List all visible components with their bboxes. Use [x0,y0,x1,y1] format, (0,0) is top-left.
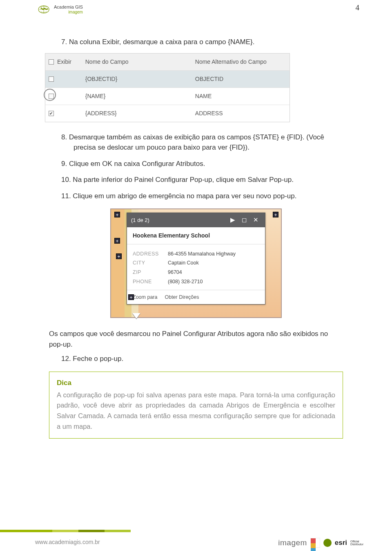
esri-globe-icon [323,539,332,547]
attributes-table-figure: Exibir Nome do Campo Nome Alternativo do… [45,53,290,122]
footer-url: www.academiagis.com.br [35,539,100,545]
map-point-icon: + [273,212,278,217]
col-nome-alt: Nome Alternativo do Campo [192,54,290,70]
popup-row: CITYCaptain Cook [133,259,259,267]
map-popup-panel: (1 de 2) ▶ ◻ ✕ Hookena Elementary School… [127,213,265,305]
header-logo: Academia GIS imagem [37,4,83,15]
footer-right-logos: imagem esri OfficialDistributor [278,538,363,548]
popup-header: (1 de 2) ▶ ◻ ✕ [127,213,265,227]
col-nome-campo: Nome do Campo [82,54,192,70]
tip-heading: Dica [57,378,335,388]
table-row: {OBJECTID} OBJECTID [45,70,290,87]
imagem-logo-text: imagem [278,538,307,547]
popup-figure: + + + + + (1 de 2) ▶ ◻ ✕ Hookena Element… [110,208,282,318]
popup-directions-link[interactable]: Obter Direções [165,293,199,301]
table-row: {NAME} NAME [45,87,290,105]
step-8: 8. Desmarque também as caixas de exibiçã… [61,132,343,153]
step-7: 7. Na coluna Exibir, desmarque a caixa p… [61,37,343,47]
map-point-icon: + [116,253,122,259]
tip-box: Dica A configuração de pop-up foi salva … [49,372,343,439]
popup-title: Hookena Elementary School [127,227,265,244]
checkbox-icon[interactable] [49,76,54,82]
checkbox-icon[interactable] [49,111,54,116]
esri-tag: OfficialDistributor [350,540,363,546]
page-number: 4 [356,3,360,12]
page-content: 7. Na coluna Exibir, desmarque a caixa p… [0,0,392,484]
logo-text-line2: imagem [54,10,83,14]
popup-pager: (1 de 2) [131,216,149,224]
map-point-icon: + [114,212,120,217]
paragraph: Os campos que você desmarcou no Painel C… [49,329,343,349]
footer-stripe [0,530,131,532]
table-row: {ADDRESS} ADDRESS [45,105,290,122]
logo-text-line1: Academia GIS [54,4,83,9]
popup-footer: Zoom para Obter Direções [127,290,265,305]
globe-icon [37,4,52,15]
step-11: 11. Clique em um abrigo de emergência no… [61,191,343,202]
tip-body: A configuração de pop-up foi salva apena… [57,390,335,432]
step-9: 9. Clique em OK na caixa Configurar Atri… [61,159,343,169]
step-12: 12. Feche o pop-up. [61,354,343,364]
map-point-icon: + [114,238,120,244]
imagem-logo-icon [310,538,320,548]
popup-zoom-link[interactable]: Zoom para [133,293,157,301]
step-10: 10. Na parte inferior do Painel Configur… [61,175,343,185]
popup-pointer-icon [132,313,140,323]
popup-row: ADDRESS86-4355 Mamalahoa Highway [133,250,259,258]
popup-row: ZIP96704 [133,269,259,276]
page-footer: www.academiagis.com.br imagem esri Offic… [0,528,392,551]
map-point-icon: + [128,294,134,300]
highlight-circle-icon [44,89,56,101]
esri-logo-text: esri [335,539,347,547]
popup-body: ADDRESS86-4355 Mamalahoa Highway CITYCap… [127,244,265,290]
table-header: Exibir Nome do Campo Nome Alternativo do… [45,54,290,70]
popup-row: PHONE(808) 328-2710 [133,278,259,286]
popup-controls[interactable]: ▶ ◻ ✕ [230,215,261,225]
checkbox-icon[interactable] [49,59,54,65]
col-exibir: Exibir [45,54,82,70]
